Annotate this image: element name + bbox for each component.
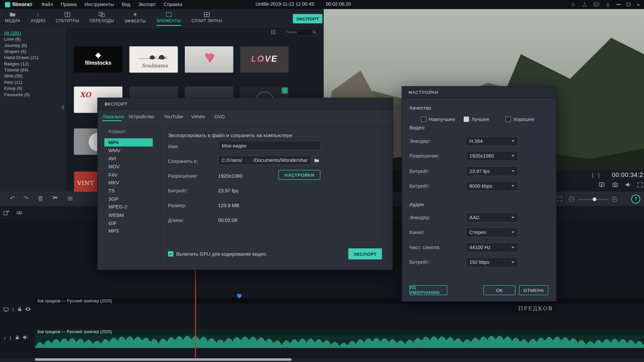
download-badge-icon[interactable]: ↓: [282, 87, 288, 94]
tab-elements[interactable]: ЭЛЕМЕНТЫ: [156, 12, 181, 26]
name-input[interactable]: [218, 141, 321, 150]
defaults-button[interactable]: ПО УМОЛЧАНИЮ: [410, 285, 447, 295]
audio-samplerate-select[interactable]: 44100 Hz: [466, 243, 519, 252]
sidebar-collapse-arrow[interactable]: ❮: [61, 105, 65, 110]
tab-audio[interactable]: ♪ АУДИО: [31, 12, 45, 26]
format-option-gif[interactable]: GIF: [104, 219, 153, 227]
sidebar-category-pets[interactable]: Pets (11): [0, 79, 66, 85]
format-option-mp3[interactable]: MP3: [104, 227, 153, 235]
video-resolution-select[interactable]: 644x362: [466, 151, 519, 161]
settings-dialog-close-icon[interactable]: ×: [409, 90, 551, 95]
menu-item-export[interactable]: Экспорт: [138, 2, 156, 7]
format-option-f4v[interactable]: F4V: [104, 171, 153, 179]
maximize-button[interactable]: [627, 3, 631, 6]
format-option-mpeg2[interactable]: MPEG-2: [104, 203, 153, 211]
sidebar-category-shapes[interactable]: Shapes (6): [0, 48, 66, 54]
audio-channel-select[interactable]: Стерео: [466, 227, 519, 237]
sidebar-category-badges[interactable]: Badges (12): [0, 60, 66, 66]
menu-item-tools[interactable]: Инструменты: [85, 2, 114, 7]
format-option-webm[interactable]: WEBM: [104, 211, 153, 219]
sidebar-category-all[interactable]: All (191): [0, 29, 66, 36]
format-option-3gp[interactable]: 3GP: [104, 195, 153, 203]
tab-splitscreen[interactable]: СПЛИТ ЭКРАН: [192, 12, 222, 26]
export-tab-vimeo[interactable]: Vimeo: [191, 114, 205, 119]
audio-encoder-select[interactable]: AAC: [466, 213, 519, 222]
zoom-in-button[interactable]: +: [612, 197, 617, 202]
split-scissors-icon[interactable]: ✂: [53, 194, 58, 201]
sidebar-category-favourite[interactable]: Favourite (0): [0, 91, 66, 97]
tab-effects[interactable]: ЭФФЕКТЫ: [124, 12, 146, 26]
format-option-mov[interactable]: MOV: [104, 163, 153, 171]
export-tab-youtube[interactable]: YouTube: [164, 114, 183, 119]
video-framerate-select[interactable]: 23.97 fps: [466, 166, 519, 176]
video-encoder-select[interactable]: H.264: [466, 136, 519, 146]
format-option-ts[interactable]: TS: [104, 187, 153, 195]
menu-item-view[interactable]: Вид: [122, 2, 130, 7]
volume-icon[interactable]: [626, 182, 631, 188]
mark-out-icon[interactable]: }: [598, 172, 600, 178]
redo-icon[interactable]: ↷: [23, 194, 29, 202]
cancel-button[interactable]: ОТМЕНА: [519, 285, 548, 295]
fullscreen-icon[interactable]: [637, 182, 643, 188]
delete-icon[interactable]: [38, 196, 43, 201]
help-button[interactable]: ?: [631, 194, 640, 203]
tab-transitions[interactable]: ПЕРЕХОДЫ: [90, 12, 114, 26]
add-track-icon[interactable]: [3, 210, 9, 216]
zoom-slider-knob[interactable]: [593, 197, 596, 201]
gpu-checkbox[interactable]: ✓: [168, 251, 173, 256]
save-path-input[interactable]: [218, 156, 311, 165]
mic-icon[interactable]: [605, 2, 610, 7]
quality-checkbox-best[interactable]: [421, 117, 426, 122]
audio-bitrate-select[interactable]: 192 kbps: [466, 257, 519, 267]
share-icon[interactable]: [582, 2, 588, 7]
element-card-filmstocks[interactable]: filmstocks: [74, 46, 122, 72]
format-option-avi[interactable]: AVI: [104, 155, 153, 163]
sidebar-category-emoji[interactable]: Emoji (9): [0, 85, 66, 91]
element-card-love3[interactable]: LOVE: [240, 46, 288, 72]
menu-item-help[interactable]: Справка: [164, 2, 182, 7]
lock-icon[interactable]: [15, 335, 19, 341]
export-tab-local[interactable]: Локально: [102, 114, 124, 119]
adjust-sliders-icon[interactable]: [67, 196, 73, 201]
mark-in-icon[interactable]: {: [592, 172, 593, 178]
sidebar-category-handdrawn[interactable]: Hand Drawn (21): [0, 54, 66, 60]
tab-titles[interactable]: СУБТИТРЫ: [56, 12, 79, 26]
minimize-button[interactable]: [616, 4, 621, 5]
format-option-mkv[interactable]: MKV: [104, 179, 153, 187]
sidebar-category-love[interactable]: Love (6): [0, 36, 66, 42]
speaker-icon[interactable]: [22, 335, 28, 341]
lock-icon[interactable]: [18, 307, 22, 312]
search-input[interactable]: [285, 30, 311, 34]
timeline-scrollbar[interactable]: [35, 358, 291, 361]
quality-checkbox-good[interactable]: [505, 117, 511, 122]
audio-clip-waveform[interactable]: [35, 335, 644, 348]
undo-icon[interactable]: ↶: [10, 194, 15, 202]
close-button[interactable]: ×: [637, 2, 640, 7]
export-tab-dvd[interactable]: DVD: [214, 114, 225, 119]
eye-icon[interactable]: [25, 307, 31, 312]
sidebar-category-web[interactable]: Web (56): [0, 73, 66, 79]
menu-item-file[interactable]: Файл: [41, 2, 53, 7]
video-bitrate-select[interactable]: 8000 kbps: [466, 181, 519, 191]
zoom-out-button[interactable]: −: [569, 197, 574, 202]
sidebar-category-journey[interactable]: Journey (6): [0, 42, 66, 48]
quality-checkbox-better[interactable]: [464, 117, 469, 122]
menu-item-edit[interactable]: Правка: [61, 2, 77, 7]
format-option-wmv[interactable]: WMV: [104, 146, 153, 155]
format-option-mp4[interactable]: MP4: [104, 138, 153, 146]
grid-view-icon[interactable]: [271, 29, 276, 36]
browse-folder-button[interactable]: [312, 156, 321, 165]
audio-clip-titlebar[interactable]: Зов предков — Русский трейлер (2020): [35, 329, 644, 335]
export-tab-device[interactable]: Устройство: [128, 114, 154, 119]
snapshot-camera-icon[interactable]: [612, 182, 618, 187]
mail-icon[interactable]: [594, 2, 599, 7]
element-card-love2[interactable]: ♥: [185, 46, 233, 72]
export-confirm-button[interactable]: ЭКСПОРТ: [348, 248, 382, 259]
link-icon[interactable]: [16, 211, 22, 215]
element-card-love1[interactable]: Soulmates: [129, 46, 178, 72]
export-button-top[interactable]: ЭКСПОРТ: [293, 14, 322, 23]
display-settings-icon[interactable]: [599, 182, 604, 187]
settings-button[interactable]: НАСТРОЙКИ: [278, 170, 320, 180]
account-icon[interactable]: [571, 2, 576, 7]
sidebar-category-tutorial[interactable]: Tutorial (64): [0, 66, 66, 72]
